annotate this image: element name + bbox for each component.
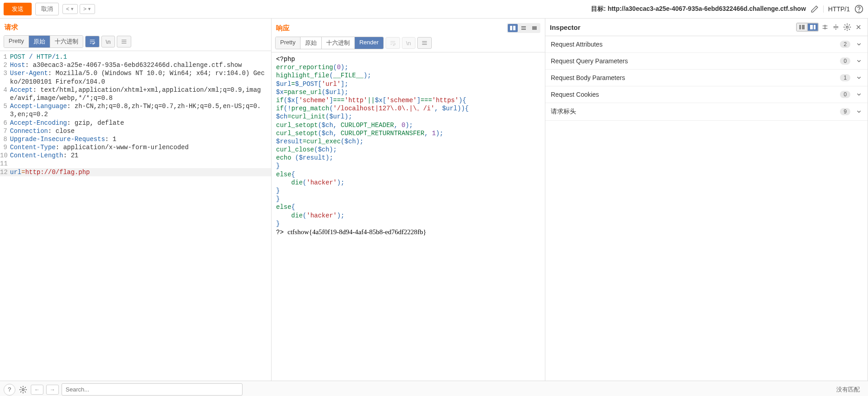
history-forward-button[interactable]: > ▼ — [80, 4, 95, 14]
inspector-section[interactable]: Request Query Parameters0 — [545, 53, 868, 70]
code-line[interactable]: 9Content-Type: application/x-www-form-ur… — [0, 143, 271, 151]
render-line: curl_close($ch); — [276, 146, 540, 154]
code-line[interactable]: 5Accept-Language: zh-CN,zh;q=0.8,zh-TW;q… — [0, 102, 271, 118]
top-toolbar: 发送 取消 < ▼ > ▼ 目标: http://a30ecac3-a25e-4… — [0, 0, 868, 19]
render-line: ?> ctfshow{4a5f0f19-8d94-4af4-85b8-ed76d… — [276, 228, 540, 237]
render-line: <?php — [276, 55, 540, 63]
svg-rect-4 — [532, 26, 537, 30]
collapse-icon[interactable] — [820, 23, 830, 32]
tab-raw[interactable]: 原始 — [29, 36, 50, 47]
render-line: $x=parse_url($url); — [276, 88, 540, 96]
show-nonprintable-resp-icon[interactable]: \n — [402, 37, 415, 49]
code-line[interactable]: 1POST / HTTP/1.1 — [0, 53, 271, 61]
hamburger-resp-icon[interactable] — [417, 37, 432, 49]
code-line[interactable]: 7Connection: close — [0, 127, 271, 135]
svg-rect-7 — [810, 25, 813, 29]
svg-rect-8 — [814, 25, 816, 29]
http-version-label: HTTP/1 — [823, 5, 850, 13]
svg-rect-3 — [521, 28, 526, 30]
tab-render-resp[interactable]: Render — [355, 37, 383, 49]
tab-pretty-resp[interactable]: Pretty — [276, 37, 300, 49]
svg-point-9 — [846, 26, 849, 28]
close-icon[interactable] — [854, 23, 863, 32]
inspector-view-2-icon[interactable] — [807, 23, 818, 31]
history-back-button[interactable]: < ▼ — [62, 4, 78, 14]
render-line: if($x['scheme']==='http'||$x['scheme']==… — [276, 96, 540, 104]
render-line: $url=$_POST['url']; — [276, 80, 540, 88]
edit-target-icon[interactable] — [810, 4, 820, 14]
help-icon[interactable] — [854, 4, 864, 14]
code-line[interactable]: 8Upgrade-Insecure-Requests: 1 — [0, 135, 271, 143]
cancel-button[interactable]: 取消 — [35, 3, 59, 15]
search-next-icon[interactable]: → — [46, 385, 59, 395]
inspector-section[interactable]: Request Attributes2 — [545, 36, 868, 53]
inspector-section[interactable]: 请求标头9 — [545, 103, 868, 121]
render-line: } — [276, 187, 540, 195]
svg-rect-5 — [799, 25, 801, 29]
render-line: echo ($result); — [276, 154, 540, 162]
svg-point-1 — [859, 11, 859, 12]
inspector-section[interactable]: Request Body Parameters1 — [545, 70, 868, 86]
response-title: 响应 — [276, 24, 290, 33]
render-line: curl_setopt($ch, CURLOPT_RETURNTRANSFER,… — [276, 129, 540, 137]
help-bottom-icon[interactable]: ? — [4, 384, 15, 396]
response-panel: 响应 Pretty 原始 十六进制 Render \n <?phperror_r… — [272, 19, 545, 381]
svg-rect-6 — [802, 25, 805, 29]
render-line: else{ — [276, 170, 540, 179]
request-view-tabs: Pretty 原始 十六进制 — [4, 35, 83, 48]
code-line[interactable]: 4Accept: text/html,application/xhtml+xml… — [0, 86, 271, 102]
expand-icon[interactable] — [831, 23, 840, 32]
inspector-section[interactable]: Request Cookies0 — [545, 86, 868, 103]
render-line: die('hacker'); — [276, 212, 540, 220]
tab-pretty[interactable]: Pretty — [4, 36, 29, 47]
render-line: curl_setopt($ch, CURLOPT_HEADER, 0); — [276, 121, 540, 129]
code-line[interactable]: 3User-Agent: Mozilla/5.0 (Windows NT 10.… — [0, 69, 271, 85]
search-input[interactable] — [62, 383, 243, 396]
send-button[interactable]: 发送 — [4, 3, 32, 15]
render-line: error_reporting(0); — [276, 63, 540, 71]
show-nonprintable-icon[interactable]: \n — [101, 36, 115, 47]
code-line[interactable]: 2Host: a30ecac3-a25e-4067-935a-6ebd63224… — [0, 61, 271, 69]
bottom-bar: ? ← → 没有匹配 — [0, 381, 868, 396]
inspector-view-1-icon[interactable] — [796, 23, 807, 31]
target-label: 目标: http://a30ecac3-a25e-4067-935a-6ebd6… — [591, 5, 806, 13]
no-match-label: 没有匹配 — [836, 386, 860, 394]
inspector-panel: Inspector Request Attributes2Request Que… — [545, 19, 868, 381]
code-line[interactable]: 6Accept-Encoding: gzip, deflate — [0, 119, 271, 127]
render-line: $ch=curl_init($url); — [276, 113, 540, 121]
response-view-tabs: Pretty 原始 十六进制 Render — [275, 37, 384, 49]
code-line[interactable]: 11 — [0, 160, 271, 168]
request-title: 请求 — [5, 23, 18, 32]
render-line: die('hacker'); — [276, 179, 540, 187]
inspector-title: Inspector — [550, 24, 581, 31]
request-panel: 请求 Pretty 原始 十六进制 \n 1POST / HTTP/1.12Ho… — [0, 19, 272, 381]
tab-hex[interactable]: 十六进制 — [50, 36, 83, 47]
svg-point-10 — [22, 388, 24, 391]
render-line: } — [276, 195, 540, 203]
request-editor[interactable]: 1POST / HTTP/1.12Host: a30ecac3-a25e-406… — [0, 51, 271, 381]
code-line[interactable]: 10Content-Length: 21 — [0, 151, 271, 160]
render-line: } — [276, 220, 540, 228]
hamburger-icon[interactable] — [117, 36, 131, 47]
wrap-lines-resp-icon[interactable] — [386, 37, 400, 49]
svg-rect-2 — [521, 26, 526, 28]
wrap-lines-icon[interactable] — [85, 36, 100, 47]
layout-toggle[interactable] — [507, 23, 540, 33]
tab-hex-resp[interactable]: 十六进制 — [322, 37, 355, 49]
render-line: } — [276, 162, 540, 170]
render-line: else{ — [276, 203, 540, 211]
gear-bottom-icon[interactable] — [18, 385, 28, 395]
tab-raw-resp[interactable]: 原始 — [300, 37, 322, 49]
code-line[interactable]: 12url=http://0/flag.php — [0, 168, 271, 176]
render-line: if(!preg_match('/localhost|127\.0\.|\。/i… — [276, 104, 540, 113]
render-line: $result=curl_exec($ch); — [276, 137, 540, 146]
response-render[interactable]: <?phperror_reporting(0);highlight_file(_… — [272, 52, 545, 381]
search-prev-icon[interactable]: ← — [31, 385, 43, 395]
gear-icon[interactable] — [842, 22, 852, 32]
render-line: highlight_file(__FILE__); — [276, 71, 540, 80]
